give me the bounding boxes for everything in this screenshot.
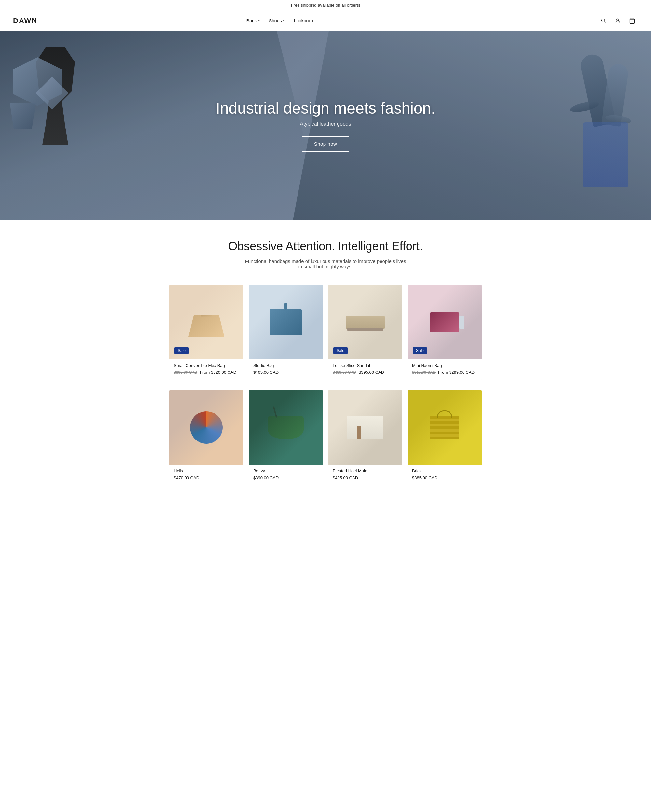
main-content: Obsessive Attention. Intelligent Effort.… bbox=[163, 220, 488, 485]
sale-badge: Sale bbox=[413, 348, 427, 354]
product-grid-row2: Helix $470.00 CAD Bo Ivy $390.00 CAD bbox=[169, 391, 482, 485]
product-info: Small Convertible Flex Bag $395.00 CAD F… bbox=[169, 359, 243, 380]
regular-price: $470.00 CAD bbox=[174, 475, 199, 480]
nav-bags[interactable]: Bags ▾ bbox=[243, 15, 264, 26]
product-info: Mini Naomi Bag $315.00 CAD From $299.00 … bbox=[408, 359, 482, 380]
svg-line-1 bbox=[604, 21, 606, 23]
page-footer bbox=[0, 491, 651, 510]
account-button[interactable] bbox=[612, 15, 623, 27]
sale-price: From $299.00 CAD bbox=[438, 370, 475, 375]
original-price: $315.00 CAD bbox=[412, 370, 436, 375]
product-info: Studio Bag $465.00 CAD bbox=[249, 359, 323, 380]
main-nav: Bags ▾ Shoes ▾ Lookbook bbox=[243, 15, 317, 26]
product-name: Brick bbox=[412, 469, 477, 473]
sale-price: $395.00 CAD bbox=[359, 370, 384, 375]
hero-bag-shape-3 bbox=[10, 103, 36, 129]
product-shape bbox=[430, 416, 459, 439]
product-image-wrap bbox=[249, 391, 323, 464]
product-card-bo-ivy[interactable]: Bo Ivy $390.00 CAD bbox=[249, 391, 323, 485]
product-card-brick[interactable]: Brick $385.00 CAD bbox=[408, 391, 482, 485]
product-shape bbox=[430, 312, 459, 332]
product-image bbox=[249, 285, 323, 359]
product-info: Pleated Heel Mule $495.00 CAD bbox=[328, 464, 402, 485]
product-card-mini-naomi-bag[interactable]: Sale Mini Naomi Bag $315.00 CAD From $29… bbox=[408, 285, 482, 380]
product-info: Louise Slide Sandal $430.00 CAD $395.00 … bbox=[328, 359, 402, 380]
announcement-text: Free shipping available on all orders! bbox=[291, 3, 360, 8]
product-image bbox=[328, 391, 402, 464]
product-prices: $465.00 CAD bbox=[253, 370, 318, 375]
product-prices: $430.00 CAD $395.00 CAD bbox=[333, 370, 398, 375]
original-price: $395.00 CAD bbox=[174, 370, 197, 375]
product-prices: $495.00 CAD bbox=[333, 475, 398, 480]
product-image-wrap: Sale bbox=[169, 285, 243, 359]
sale-badge: Sale bbox=[174, 348, 189, 354]
account-icon bbox=[614, 18, 621, 24]
product-info: Brick $385.00 CAD bbox=[408, 464, 482, 485]
product-info: Helix $470.00 CAD bbox=[169, 464, 243, 485]
product-shape bbox=[268, 416, 304, 439]
chevron-down-icon: ▾ bbox=[258, 19, 260, 23]
hero-jeans bbox=[583, 122, 628, 188]
product-name: Louise Slide Sandal bbox=[333, 363, 398, 368]
product-card-studio-bag[interactable]: Studio Bag $465.00 CAD bbox=[249, 285, 323, 380]
product-image bbox=[408, 391, 482, 464]
announcement-bar: Free shipping available on all orders! bbox=[0, 0, 651, 11]
svg-point-0 bbox=[601, 18, 605, 22]
search-icon bbox=[600, 18, 607, 24]
regular-price: $465.00 CAD bbox=[253, 370, 279, 375]
hero-subtitle: Atypical leather goods bbox=[215, 121, 435, 127]
section-title: Obsessive Attention. Intelligent Effort. bbox=[169, 240, 482, 253]
product-prices: $390.00 CAD bbox=[253, 475, 318, 480]
product-info: Bo Ivy $390.00 CAD bbox=[249, 464, 323, 485]
product-name: Mini Naomi Bag bbox=[412, 363, 477, 368]
product-image-wrap bbox=[408, 391, 482, 464]
product-prices: $470.00 CAD bbox=[174, 475, 239, 480]
product-grid: Sale Small Convertible Flex Bag $395.00 … bbox=[169, 285, 482, 380]
header-icons bbox=[598, 15, 638, 27]
product-card-louise-slide-sandal[interactable]: Sale Louise Slide Sandal $430.00 CAD $39… bbox=[328, 285, 402, 380]
product-shape bbox=[188, 307, 224, 337]
original-price: $430.00 CAD bbox=[333, 370, 356, 375]
product-name: Helix bbox=[174, 469, 239, 473]
search-button[interactable] bbox=[598, 15, 609, 27]
site-header: DAWN Bags ▾ Shoes ▾ Lookbook bbox=[0, 11, 651, 31]
sale-price: From $320.00 CAD bbox=[200, 370, 236, 375]
site-logo[interactable]: DAWN bbox=[13, 17, 37, 25]
product-shape bbox=[269, 309, 302, 335]
regular-price: $495.00 CAD bbox=[333, 475, 358, 480]
product-image-wrap bbox=[169, 391, 243, 464]
hero-title: Industrial design meets fashion. bbox=[215, 99, 435, 117]
sale-badge: Sale bbox=[333, 348, 348, 354]
hero-content: Industrial design meets fashion. Atypica… bbox=[215, 99, 435, 152]
product-name: Bo Ivy bbox=[253, 469, 318, 473]
hero-cta-button[interactable]: Shop now bbox=[302, 136, 350, 152]
product-image-wrap bbox=[328, 391, 402, 464]
product-name: Pleated Heel Mule bbox=[333, 469, 398, 473]
cart-button[interactable] bbox=[626, 15, 638, 27]
product-image-wrap: Sale bbox=[408, 285, 482, 359]
product-card-small-convertible-flex-bag[interactable]: Sale Small Convertible Flex Bag $395.00 … bbox=[169, 285, 243, 380]
product-card-pleated-heel-mule[interactable]: Pleated Heel Mule $495.00 CAD bbox=[328, 391, 402, 485]
nav-shoes[interactable]: Shoes ▾ bbox=[265, 15, 289, 26]
cart-icon bbox=[629, 18, 636, 24]
regular-price: $385.00 CAD bbox=[412, 475, 437, 480]
product-prices: $385.00 CAD bbox=[412, 475, 477, 480]
product-shape bbox=[346, 316, 385, 328]
product-shape bbox=[347, 416, 383, 439]
regular-price: $390.00 CAD bbox=[253, 475, 279, 480]
product-image bbox=[249, 391, 323, 464]
product-prices: $315.00 CAD From $299.00 CAD bbox=[412, 370, 477, 375]
hero-section: Industrial design meets fashion. Atypica… bbox=[0, 31, 651, 220]
section-subtitle: Functional handbags made of luxurious ma… bbox=[244, 258, 407, 269]
nav-lookbook[interactable]: Lookbook bbox=[290, 15, 317, 26]
product-name: Studio Bag bbox=[253, 363, 318, 368]
svg-point-2 bbox=[617, 18, 619, 21]
product-card-helix[interactable]: Helix $470.00 CAD bbox=[169, 391, 243, 485]
chevron-down-icon: ▾ bbox=[283, 19, 284, 23]
product-shape bbox=[190, 411, 223, 444]
product-image-wrap bbox=[249, 285, 323, 359]
product-name: Small Convertible Flex Bag bbox=[174, 363, 239, 368]
section-heading: Obsessive Attention. Intelligent Effort.… bbox=[169, 220, 482, 275]
product-prices: $395.00 CAD From $320.00 CAD bbox=[174, 370, 239, 375]
product-image-wrap: Sale bbox=[328, 285, 402, 359]
